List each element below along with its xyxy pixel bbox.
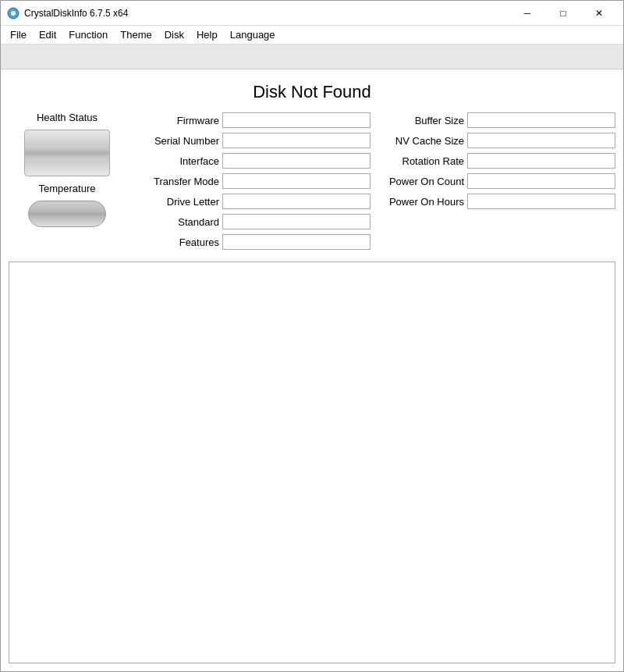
window-controls: ─ □ ✕ (509, 1, 617, 26)
field-row-firmware: Firmware (133, 112, 370, 129)
close-button[interactable]: ✕ (581, 1, 617, 26)
menu-item-file[interactable]: File (4, 27, 33, 44)
field-row-serial-number: Serial Number (133, 132, 370, 149)
input-transfer-mode[interactable] (222, 173, 370, 189)
menu-bar: FileEditFunctionThemeDiskHelpLanguage (1, 26, 623, 44)
main-window: CrystalDiskInfo 6.7.5 x64 ─ □ ✕ FileEdit… (0, 0, 624, 672)
disk-title: Disk Not Found (1, 69, 623, 112)
maximize-button[interactable]: □ (545, 1, 581, 26)
info-section: Health Status Temperature FirmwareSerial… (1, 112, 623, 258)
label-buffer-size: Buffer Size (378, 115, 464, 126)
menu-item-disk[interactable]: Disk (158, 27, 190, 44)
input-nv-cache-size[interactable] (467, 133, 615, 148)
input-buffer-size[interactable] (467, 112, 615, 128)
input-firmware[interactable] (222, 112, 370, 128)
field-row-rotation-rate: Rotation Rate (378, 152, 615, 169)
input-standard[interactable] (222, 214, 370, 229)
label-nv-cache-size: NV Cache Size (378, 135, 464, 147)
input-drive-letter[interactable] (222, 194, 370, 209)
label-power-on-count: Power On Count (378, 176, 464, 187)
label-standard: Standard (133, 216, 219, 228)
svg-point-1 (11, 11, 16, 16)
field-row-transfer-mode: Transfer Mode (133, 172, 370, 190)
health-panel: Health Status Temperature (9, 112, 126, 251)
field-row-features: Features (133, 233, 370, 251)
input-power-on-count[interactable] (467, 173, 615, 189)
toolbar (1, 44, 623, 69)
content-area: Disk Not Found Health Status Temperature… (1, 69, 623, 671)
input-serial-number[interactable] (222, 133, 370, 148)
health-status-label: Health Status (37, 112, 98, 123)
menu-item-theme[interactable]: Theme (114, 27, 158, 44)
label-interface: Interface (133, 155, 219, 167)
data-table-area (9, 261, 615, 663)
label-features: Features (133, 236, 219, 248)
minimize-button[interactable]: ─ (509, 1, 545, 26)
menu-item-edit[interactable]: Edit (33, 27, 62, 44)
field-row-standard: Standard (133, 213, 370, 230)
menu-item-help[interactable]: Help (190, 27, 224, 44)
field-row-buffer-size: Buffer Size (378, 112, 615, 129)
label-transfer-mode: Transfer Mode (133, 176, 219, 187)
label-drive-letter: Drive Letter (133, 196, 219, 208)
fields-right: Buffer SizeNV Cache SizeRotation RatePow… (378, 112, 615, 251)
input-rotation-rate[interactable] (467, 153, 615, 169)
menu-item-function[interactable]: Function (62, 27, 114, 44)
field-row-power-on-count: Power On Count (378, 172, 615, 190)
field-row-interface: Interface (133, 152, 370, 169)
label-serial-number: Serial Number (133, 135, 219, 147)
window-title: CrystalDiskInfo 6.7.5 x64 (24, 8, 509, 19)
label-power-on-hours: Power On Hours (378, 196, 464, 208)
label-rotation-rate: Rotation Rate (378, 155, 464, 167)
field-row-drive-letter: Drive Letter (133, 193, 370, 210)
fields-left: FirmwareSerial NumberInterfaceTransfer M… (133, 112, 370, 251)
input-interface[interactable] (222, 153, 370, 169)
field-row-nv-cache-size: NV Cache Size (378, 132, 615, 149)
input-power-on-hours[interactable] (467, 194, 615, 209)
app-icon (7, 7, 20, 20)
temperature-label: Temperature (39, 183, 96, 194)
temperature-display (28, 201, 106, 227)
health-status-box (24, 130, 110, 176)
input-features[interactable] (222, 234, 370, 250)
label-firmware: Firmware (133, 115, 219, 126)
title-bar: CrystalDiskInfo 6.7.5 x64 ─ □ ✕ (1, 1, 623, 26)
field-row-power-on-hours: Power On Hours (378, 193, 615, 210)
menu-item-language[interactable]: Language (224, 27, 282, 44)
